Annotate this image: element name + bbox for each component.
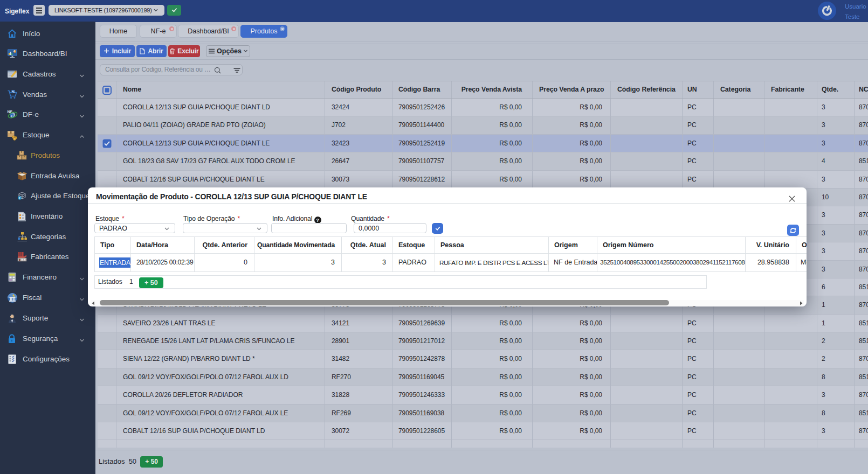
svg-text:e: e	[11, 114, 12, 118]
